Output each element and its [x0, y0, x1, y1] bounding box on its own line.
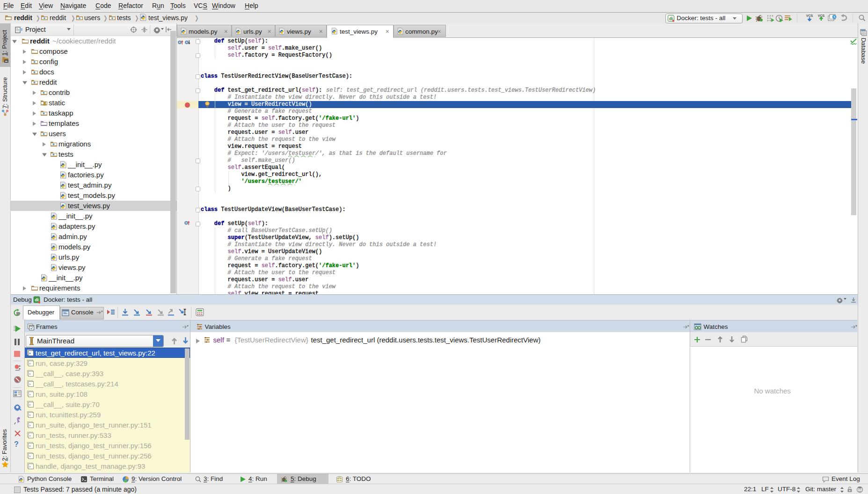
svg-text:di: di: [35, 297, 39, 302]
svg-text:di: di: [669, 16, 673, 21]
svg-text:VCS: VCS: [806, 14, 813, 17]
